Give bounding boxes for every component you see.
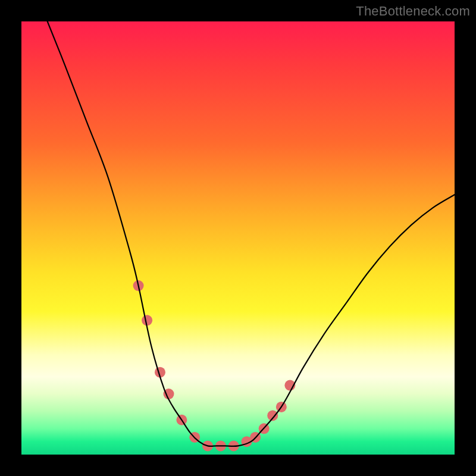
chart-root: TheBottleneck.com: [0, 0, 476, 476]
watermark-text: TheBottleneck.com: [356, 4, 470, 19]
bottleneck-curve: [48, 21, 455, 446]
plot-area: [21, 21, 455, 455]
chart-svg: [21, 21, 455, 455]
marker-point: [267, 410, 278, 421]
marker-layer: [133, 280, 296, 451]
